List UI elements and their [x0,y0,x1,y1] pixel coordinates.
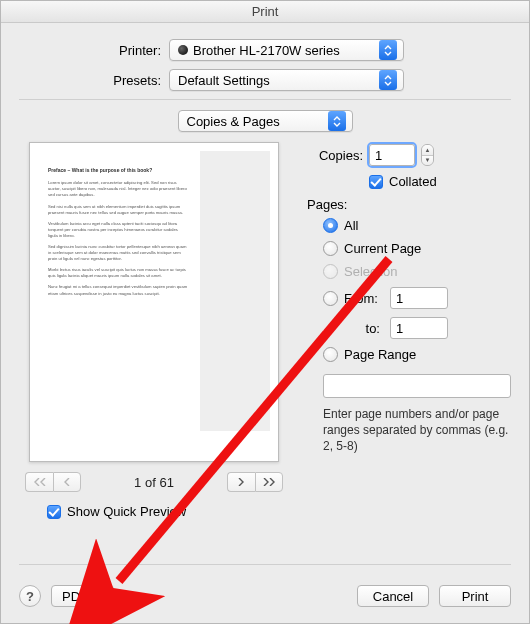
pager-back-group[interactable] [25,472,81,492]
pages-range-hint: Enter page numbers and/or page ranges se… [323,406,511,455]
printer-label: Printer: [19,43,169,58]
pages-range-radio[interactable] [323,347,338,362]
pages-current-radio[interactable] [323,241,338,256]
copies-label: Copies: [307,148,369,163]
chevron-down-icon: ▼ [422,156,433,166]
pages-to-input[interactable] [390,317,448,339]
pages-to-label: to: [344,321,384,336]
page-preview: Preface – What is the purpose of this bo… [29,142,279,462]
prev-page-button[interactable] [53,472,81,492]
copies-input[interactable] [369,144,415,166]
presets-label: Presets: [19,73,169,88]
last-page-button[interactable] [255,472,283,492]
divider [19,564,511,565]
show-quick-preview-label: Show Quick Preview [67,504,186,519]
printer-status-icon [178,45,188,55]
pages-selection-radio [323,264,338,279]
pages-current-label: Current Page [344,241,421,256]
presets-value: Default Settings [178,73,373,88]
pages-from-radio[interactable] [323,291,338,306]
printer-dropdown[interactable]: Brother HL-2170W series [169,39,404,61]
pages-label: Pages: [307,197,511,212]
copies-stepper[interactable]: ▲ ▼ [421,144,434,166]
pages-all-radio[interactable] [323,218,338,233]
pages-from-input[interactable] [390,287,448,309]
collated-label: Collated [389,174,437,189]
next-page-button[interactable] [227,472,255,492]
page-indicator: 1 of 61 [134,475,174,490]
divider [19,99,511,100]
chevron-up-icon: ▲ [422,145,433,156]
presets-dropdown[interactable]: Default Settings [169,69,404,91]
window-title: Print [1,1,529,23]
pages-all-label: All [344,218,358,233]
first-page-button[interactable] [25,472,53,492]
cancel-button[interactable]: Cancel [357,585,429,607]
chevron-down-icon [96,586,113,606]
pages-selection-label: Selection [344,264,397,279]
show-quick-preview-checkbox[interactable] [47,505,61,519]
pages-range-input[interactable] [323,374,511,398]
pdf-dropdown-button[interactable]: PDF [51,585,114,607]
pages-range-label: Page Range [344,347,416,362]
section-value: Copies & Pages [187,114,322,129]
section-dropdown[interactable]: Copies & Pages [178,110,353,132]
updown-icon [328,111,346,131]
help-button[interactable]: ? [19,585,41,607]
pager-forward-group[interactable] [227,472,283,492]
pdf-button-label: PDF [62,589,88,604]
collated-checkbox[interactable] [369,175,383,189]
printer-value: Brother HL-2170W series [193,43,373,58]
updown-icon [379,40,397,60]
pages-from-label: From: [344,291,384,306]
print-button[interactable]: Print [439,585,511,607]
updown-icon [379,70,397,90]
